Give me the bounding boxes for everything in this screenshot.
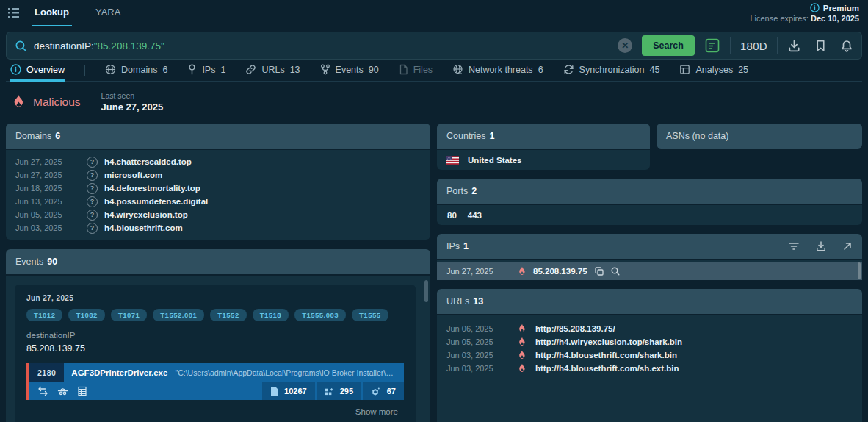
url-row[interactable]: Jun 03, 2025 http://h4.blousethrift.com/… xyxy=(437,348,862,362)
domain-row[interactable]: Jun 18, 2025 ? h4.deforestmortality.top xyxy=(6,182,430,195)
flame-icon xyxy=(518,350,535,360)
process-actions xyxy=(29,382,87,400)
flame-icon xyxy=(518,337,535,347)
file-icon xyxy=(399,64,408,75)
tab-count: 6 xyxy=(162,65,167,75)
registry-stat[interactable]: 67 xyxy=(363,382,404,400)
tab-synchronization[interactable]: Synchronization45 xyxy=(563,60,660,82)
process-name: AGF3DPrinterDriver.exe xyxy=(64,363,175,382)
process-block[interactable]: 2180 AGF3DPrinterDriver.exe "C:\Users\ad… xyxy=(26,363,404,400)
registry-grid-icon[interactable] xyxy=(77,386,87,396)
events-panel: Events90 Jun 27, 2025 T1012 T1082 T1071 … xyxy=(6,249,430,422)
verdict-label: Malicious xyxy=(33,96,81,109)
tab-ips[interactable]: IPs1 xyxy=(187,60,225,82)
tab-count: 90 xyxy=(369,65,379,75)
mitre-tag[interactable]: T1555.003 xyxy=(294,309,346,321)
mitre-tag[interactable]: T1552 xyxy=(210,309,246,321)
file-icon xyxy=(270,387,278,396)
tab-label: URLs xyxy=(261,65,284,75)
download-icon[interactable] xyxy=(815,240,827,252)
left-column: Domains6 Jun 27, 2025 ? h4.chatterscalde… xyxy=(6,124,430,422)
mitre-tag[interactable]: T1552.001 xyxy=(153,309,204,321)
tab-yara[interactable]: YARA xyxy=(93,0,123,26)
show-more-link[interactable]: Show more xyxy=(26,407,398,416)
url-value: http://h4.blousethrift.com/shark.bin xyxy=(535,351,677,360)
search-toolbar xyxy=(787,39,853,53)
results-content: Domains6 Jun 27, 2025 ? h4.chatterscalde… xyxy=(0,124,868,422)
search-icon[interactable] xyxy=(610,266,621,276)
ports-panel: Ports2 80 443 xyxy=(437,179,862,225)
panel-title: ASNs (no data) xyxy=(666,131,728,141)
copy-icon[interactable] xyxy=(594,266,604,276)
event-card[interactable]: Jun 27, 2025 T1012 T1082 T1071 T1552.001… xyxy=(15,285,416,422)
query-field: destinationIP: xyxy=(34,40,94,51)
search-input[interactable]: destinationIP:"85.208.139.75" xyxy=(34,40,618,51)
search-button[interactable]: Search xyxy=(642,35,695,56)
port-value[interactable]: 443 xyxy=(468,211,482,220)
divider xyxy=(777,37,778,54)
filter-icon[interactable] xyxy=(788,242,800,251)
flame-icon xyxy=(518,266,527,276)
open-external-icon[interactable] xyxy=(842,241,853,251)
incognito-icon[interactable] xyxy=(57,386,68,396)
row-date: Jun 27, 2025 xyxy=(15,171,87,179)
query-builder-icon[interactable] xyxy=(704,37,720,54)
tab-events[interactable]: Events90 xyxy=(320,60,379,82)
mitre-tag[interactable]: T1071 xyxy=(111,309,147,321)
question-icon: ? xyxy=(87,183,98,194)
mitre-tag[interactable]: T1012 xyxy=(26,309,62,321)
last-seen: Last seen June 27, 2025 xyxy=(101,91,164,112)
question-icon: ? xyxy=(87,196,98,207)
tab-count: 6 xyxy=(538,65,543,75)
modules-stat[interactable]: 295 xyxy=(317,382,361,400)
url-row[interactable]: Jun 06, 2025 http://85.208.139.75/ xyxy=(437,322,862,335)
tab-lookup[interactable]: Lookup xyxy=(32,0,72,26)
domain-row[interactable]: Jun 27, 2025 ? microsoft.com xyxy=(6,168,430,182)
domain-row[interactable]: Jun 13, 2025 ? h4.possumdefense.digital xyxy=(6,195,430,208)
export-icon[interactable] xyxy=(787,39,801,53)
scrollbar[interactable] xyxy=(858,262,861,279)
ip-row[interactable]: Jun 27, 2025 85.208.139.75 xyxy=(437,262,862,280)
tab-domains[interactable]: Domains6 xyxy=(105,60,167,82)
url-row[interactable]: Jun 05, 2025 http://h4.wiryexclusion.top… xyxy=(437,335,862,348)
ips-panel-body: Jun 27, 2025 85.208.139.75 xyxy=(437,260,862,280)
stat-value: 67 xyxy=(387,387,396,396)
domain-name: h4.chatterscalded.top xyxy=(104,157,192,166)
tab-label: Files xyxy=(413,65,433,75)
plan-badge[interactable]: Premium xyxy=(750,3,859,12)
url-row[interactable]: Jun 03, 2025 http://h4.blousethrift.com/… xyxy=(437,362,862,375)
ips-panel-toolbar xyxy=(788,240,853,252)
scrollbar[interactable] xyxy=(424,280,428,302)
process-stats-row: 10267 295 67 xyxy=(29,382,404,400)
row-date: Jun 27, 2025 xyxy=(446,267,518,276)
mitre-tag[interactable]: T1555 xyxy=(352,309,388,321)
process-title-row: 2180 AGF3DPrinterDriver.exe "C:\Users\ad… xyxy=(29,363,404,382)
port-value[interactable]: 80 xyxy=(447,211,457,220)
domain-row[interactable]: Jun 05, 2025 ? h4.wiryexclusion.top xyxy=(6,208,430,221)
process-pid: 2180 xyxy=(29,363,64,382)
menu-icon[interactable] xyxy=(7,7,20,18)
domain-row[interactable]: Jun 27, 2025 ? h4.chatterscalded.top xyxy=(6,155,430,168)
notifications-icon[interactable] xyxy=(840,39,853,53)
mitre-tag[interactable]: T1082 xyxy=(68,309,104,321)
search-icon xyxy=(15,40,27,52)
asns-panel-header: ASNs (no data) xyxy=(657,124,862,149)
urls-panel: URLs13 Jun 06, 2025 http://85.208.139.75… xyxy=(437,289,862,422)
time-range-selector[interactable]: 180D xyxy=(740,40,767,52)
last-seen-value: June 27, 2025 xyxy=(101,101,164,112)
tab-network-threats[interactable]: Network threats6 xyxy=(452,60,543,82)
swap-arrows-icon[interactable] xyxy=(37,386,48,396)
row-date: Jun 06, 2025 xyxy=(446,324,518,333)
mitre-tag[interactable]: T1518 xyxy=(253,309,289,321)
bookmark-icon[interactable] xyxy=(814,39,827,52)
domain-row[interactable]: Jun 03, 2025 ? h4.blousethrift.com xyxy=(6,221,430,235)
url-value: http://85.208.139.75/ xyxy=(535,324,615,333)
files-stat[interactable]: 10267 xyxy=(262,382,315,400)
tab-urls[interactable]: URLs13 xyxy=(245,60,300,82)
tab-overview[interactable]: Overview xyxy=(10,60,65,82)
country-row[interactable]: United States xyxy=(437,150,650,170)
tab-analyses[interactable]: Analyses25 xyxy=(679,60,748,82)
divider xyxy=(730,37,731,54)
tab-files[interactable]: Files xyxy=(399,60,433,82)
clear-icon[interactable]: ✕ xyxy=(618,38,632,53)
